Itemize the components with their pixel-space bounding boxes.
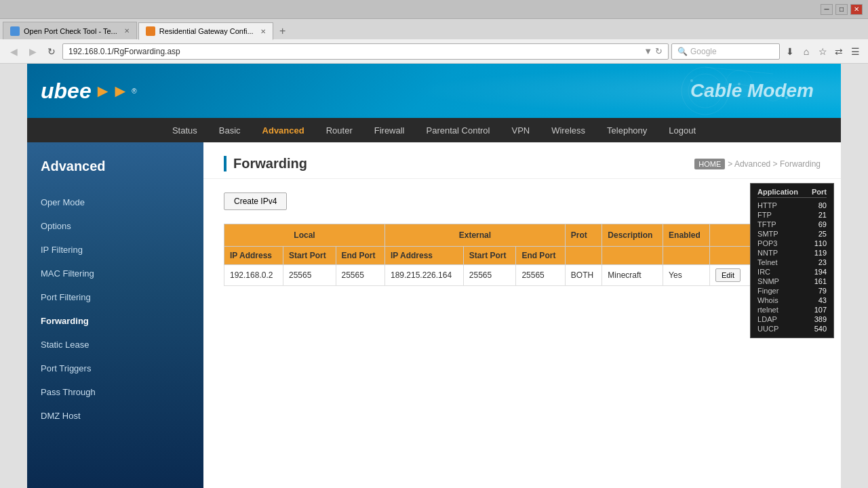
tab-1-close[interactable]: ✕	[124, 27, 130, 35]
new-tab-button[interactable]: +	[275, 23, 291, 39]
port-entry: rtelnet107	[757, 305, 827, 314]
browser-chrome: ─ □ ✕ Open Port Check Tool - Te... ✕ Res…	[0, 0, 868, 64]
ext-end-port-header: End Port	[516, 247, 565, 265]
nav-telephony[interactable]: Telephony	[596, 118, 658, 142]
port-app-name: UUCP	[757, 325, 778, 333]
menu-icon[interactable]: ☰	[848, 44, 863, 59]
nav-parental[interactable]: Parental Control	[416, 118, 501, 142]
sidebar-item-forwarding[interactable]: Forwarding	[27, 309, 203, 333]
download-icon[interactable]: ⬇	[783, 44, 797, 59]
sidebar-item-dmz-host[interactable]: DMZ Host	[27, 404, 203, 428]
sync-icon[interactable]: ⇄	[831, 44, 846, 59]
tab-1[interactable]: Open Port Check Tool - Te... ✕	[3, 22, 137, 39]
minimize-button[interactable]: ─	[821, 4, 833, 15]
refresh-icon[interactable]: ↻	[655, 46, 663, 56]
bookmark-icon[interactable]: ☆	[815, 44, 830, 59]
logo-fish-icon: ►►	[94, 81, 129, 102]
external-group-header: External	[384, 224, 565, 247]
port-entry: SMTP25	[757, 229, 827, 239]
address-bar[interactable]: 192.168.0.1/RgForwarding.asp ▼ ↻	[62, 43, 669, 60]
sidebar-item-mac-filtering[interactable]: MAC Filtering	[27, 262, 203, 285]
site-tagline: Cable Modem	[690, 80, 814, 102]
logo-area: ubee ►► ®	[41, 79, 137, 104]
maximize-button[interactable]: □	[835, 4, 848, 15]
prot-header: Prot	[565, 224, 601, 247]
nav-vpn[interactable]: VPN	[500, 118, 540, 142]
logo-registered: ®	[132, 87, 136, 95]
port-app-name: LDAP	[757, 315, 777, 323]
port-number: 43	[818, 296, 827, 304]
main-content: Forwarding HOME > Advanced > Forwarding …	[203, 142, 841, 488]
table-row: 192.168.0.2 25565 25565 189.215.226.164 …	[224, 265, 821, 286]
port-number: 69	[818, 220, 827, 228]
port-entry: LDAP389	[757, 314, 827, 324]
star-icon[interactable]: ▼	[644, 46, 652, 56]
page-content: ubee ►► ® Cable Modem	[27, 64, 841, 488]
port-entry: Telnet23	[757, 258, 827, 267]
local-start-cell: 25565	[283, 265, 336, 286]
svg-line-4	[705, 67, 773, 74]
prot-cell: BOTH	[565, 265, 601, 286]
sidebar-item-pass-through[interactable]: Pass Through	[27, 380, 203, 404]
port-reference-popup: Application Port HTTP80FTP21TFTP69SMTP25…	[750, 183, 834, 338]
create-ipv4-button[interactable]: Create IPv4	[224, 192, 287, 210]
port-number: 389	[814, 315, 827, 323]
nav-wireless[interactable]: Wireless	[540, 118, 596, 142]
nav-basic[interactable]: Basic	[208, 118, 252, 142]
actions-header	[709, 224, 751, 247]
back-button[interactable]: ◀	[5, 43, 22, 60]
ext-start-cell: 25565	[463, 265, 516, 286]
port-number: 23	[818, 258, 827, 266]
site-header: ubee ►► ® Cable Modem	[27, 64, 841, 118]
local-start-port-header: Start Port	[283, 247, 336, 265]
port-number: 194	[814, 268, 827, 276]
nav-logout[interactable]: Logout	[658, 118, 707, 142]
tab-2-title: Residential Gateway Confi...	[159, 27, 254, 35]
port-entry: NNTP119	[757, 248, 827, 258]
sidebar-item-options[interactable]: Options	[27, 214, 203, 238]
port-entry: UUCP540	[757, 324, 827, 333]
tab-1-title: Open Port Check Tool - Te...	[24, 27, 117, 35]
port-app-name: SMTP	[757, 230, 778, 238]
edit-button[interactable]: Edit	[715, 268, 741, 282]
port-number: 540	[814, 325, 827, 333]
sidebar-item-static-lease[interactable]: Static Lease	[27, 333, 203, 357]
address-bar-icons: ▼ ↻	[644, 46, 663, 56]
forward-button[interactable]: ▶	[24, 43, 41, 60]
description-cell: Minecraft	[602, 265, 663, 286]
edit-sub-header	[709, 247, 751, 265]
port-app-name: TFTP	[757, 220, 776, 228]
ext-ip-cell: 189.215.226.164	[384, 265, 463, 286]
ext-start-port-header: Start Port	[463, 247, 516, 265]
sidebar-item-port-triggers[interactable]: Port Triggers	[27, 357, 203, 380]
sidebar-item-port-filtering[interactable]: Port Filtering	[27, 285, 203, 309]
port-num-col-header: Port	[812, 188, 827, 196]
tab-2[interactable]: Residential Gateway Confi... ✕	[138, 22, 273, 40]
port-app-name: rtelnet	[757, 306, 778, 314]
port-number: 25	[818, 230, 827, 238]
nav-status[interactable]: Status	[161, 118, 208, 142]
nav-bar: ◀ ▶ ↻ 192.168.0.1/RgForwarding.asp ▼ ↻ 🔍…	[0, 39, 868, 64]
sidebar-item-oper-mode[interactable]: Oper Mode	[27, 190, 203, 214]
port-entry: SNMP161	[757, 277, 827, 286]
port-entries-list: HTTP80FTP21TFTP69SMTP25POP3110NNTP119Tel…	[757, 201, 827, 333]
refresh-button[interactable]: ↻	[43, 43, 60, 60]
content-area: Advanced Oper Mode Options IP Filtering …	[27, 142, 841, 488]
ext-ip-header: IP Address	[384, 247, 463, 265]
home-icon[interactable]: ⌂	[799, 44, 814, 59]
tab-2-close[interactable]: ✕	[260, 28, 266, 35]
breadcrumb-path: > Advanced > Forwarding	[728, 159, 821, 169]
search-bar[interactable]: 🔍 Google	[671, 43, 780, 60]
nav-router[interactable]: Router	[315, 118, 363, 142]
port-number: 110	[814, 239, 827, 247]
nav-firewall[interactable]: Firewall	[363, 118, 416, 142]
breadcrumb-home[interactable]: HOME	[694, 159, 725, 169]
search-placeholder: Google	[690, 47, 717, 56]
sidebar-item-ip-filtering[interactable]: IP Filtering	[27, 238, 203, 262]
port-number: 80	[818, 201, 827, 209]
ext-end-cell: 25565	[516, 265, 565, 286]
breadcrumb: HOME > Advanced > Forwarding	[694, 159, 821, 169]
nav-advanced[interactable]: Advanced	[252, 118, 315, 142]
tab-1-icon	[10, 26, 20, 36]
close-button[interactable]: ✕	[850, 4, 863, 15]
